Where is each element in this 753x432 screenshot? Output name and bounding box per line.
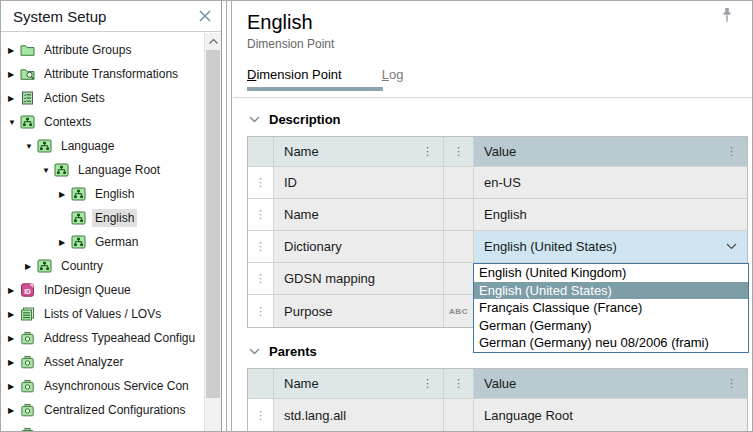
column-menu-icon[interactable]: ⋮ [726,377,737,390]
tab-content: Description Name⋮⋮Value⋮⋮IDen-US⋮NameEng… [233,97,752,431]
expand-arrow-icon[interactable]: ▶ [7,382,20,391]
row-drag-handle-icon[interactable]: ⋮ [248,199,274,231]
expand-arrow-icon[interactable]: ▼ [7,118,20,127]
tree-item[interactable]: ▼Contexts [1,110,204,134]
scrollbar-thumb[interactable] [206,50,220,398]
column-header-handle [248,137,274,167]
tab-label: og [389,67,403,82]
detail-header: English Dimension Point [233,1,752,51]
expand-arrow-icon[interactable]: ▼ [41,166,54,175]
tree-item[interactable]: ▶Attribute Transformations [1,62,204,86]
dictionary-combobox[interactable]: English (United States) [474,231,747,262]
tree-item-label: German [92,233,141,251]
chevron-down-icon[interactable] [726,243,737,250]
row-drag-handle-icon[interactable]: ⋮ [248,167,274,199]
dropdown-option[interactable]: German (Germany) neu 08/2006 (frami) [474,334,748,352]
expand-arrow-icon[interactable]: ▼ [24,142,37,151]
scrollbar-up-icon[interactable] [205,33,221,49]
expand-arrow-icon[interactable]: ▶ [7,310,20,319]
tree-scrollbar[interactable] [204,33,221,431]
dropdown-option[interactable]: Français Classique (France) [474,299,748,317]
tree-item-label: Country [58,257,106,275]
pin-icon[interactable] [719,7,735,33]
tab-label: imension Point [256,67,341,82]
tree-item[interactable]: ▶IDInDesign Queue [1,278,204,302]
expand-arrow-icon[interactable]: ▶ [24,262,37,271]
expand-arrow-icon[interactable]: ▶ [7,94,20,103]
column-header-type[interactable]: ⋮ [444,137,474,167]
expand-arrow-icon[interactable]: ▶ [58,238,71,247]
attribute-name-cell: Dictionary [274,231,444,263]
row-drag-handle-icon[interactable]: ⋮ [248,263,274,295]
value-text: Language Root [484,408,573,423]
text-type-icon: ABC [449,307,468,316]
expand-arrow-icon[interactable]: ▶ [7,334,20,343]
expand-arrow-icon[interactable]: ▶ [58,190,71,199]
tree-item[interactable]: ▶Address Typeahead Configu [1,326,204,350]
hierarchy-icon [37,139,53,154]
column-header-name[interactable]: Name⋮ [274,369,444,399]
tab-log[interactable]: Log [382,67,404,91]
expand-arrow-icon[interactable]: ▶ [7,358,20,367]
column-menu-icon[interactable]: ⋮ [422,377,433,390]
attribute-type-cell: ABC [444,295,474,327]
tree-item[interactable]: ▶German [1,230,204,254]
tab-dimension-point[interactable]: Dimension Point [247,67,342,91]
tree-item-label: English [92,185,137,203]
expand-arrow-icon[interactable]: ▶ [7,286,20,295]
column-header-type[interactable]: ⋮ [444,369,474,399]
expand-arrow-icon[interactable]: ▶ [7,406,20,415]
hierarchy-icon [54,163,70,178]
row-drag-handle-icon[interactable]: ⋮ [248,399,274,431]
column-header-value[interactable]: Value⋮ [474,369,747,399]
attribute-value-cell[interactable]: en-US [474,167,747,199]
section-title: Description [269,112,341,127]
combobox-value: English (United States) [484,239,617,254]
tree-item[interactable]: ▶English [1,182,204,206]
tree-item[interactable]: ▶Asset Analyzer [1,350,204,374]
config-icon [20,403,36,418]
row-drag-handle-icon[interactable]: ⋮ [248,231,274,263]
expand-arrow-icon[interactable]: ▶ [7,46,20,55]
expand-arrow-icon[interactable]: ▶ [7,430,20,432]
tree-item[interactable]: English [1,206,204,230]
tree-item-label: Attribute Groups [41,41,134,59]
expand-arrow-icon[interactable]: ▶ [7,70,20,79]
tree-item[interactable]: ▶Asynchronous Service Con [1,374,204,398]
collapse-chevron-icon [249,348,260,355]
tree-item[interactable]: ▶Attribute Groups [1,38,204,62]
column-label: Name [284,144,319,159]
tree-item[interactable]: ▶Lists of Values / LOVs [1,302,204,326]
tree-item[interactable]: ▼Language Root [1,158,204,182]
column-menu-icon[interactable]: ⋮ [726,145,737,158]
attribute-value-cell[interactable]: Language Root [474,399,747,431]
config-icon [20,427,36,432]
column-menu-icon[interactable]: ⋮ [453,377,464,390]
tab-label: D [247,67,256,82]
panel-divider[interactable] [222,1,233,431]
tree-item-label: Asset Analyzer [41,353,126,371]
column-menu-icon[interactable]: ⋮ [422,145,433,158]
dropdown-option[interactable]: German (Germany) [474,317,748,335]
dropdown-option[interactable]: English (United States) [474,282,748,300]
table-row: ⋮DictionaryEnglish (United States)Englis… [248,231,747,263]
dropdown-option[interactable]: English (United Kingdom) [474,264,748,282]
attribute-type-cell [444,231,474,263]
tree-item[interactable]: ▶Action Sets [1,86,204,110]
tree-item[interactable]: ▶Centralized Configurations [1,398,204,422]
attribute-value-cell[interactable]: English [474,199,747,231]
row-drag-handle-icon[interactable]: ⋮ [248,295,274,327]
close-icon[interactable] [198,9,212,23]
hierarchy-icon [37,259,53,274]
dictionary-dropdown-list: English (United Kingdom)English (United … [473,263,749,353]
column-menu-icon[interactable]: ⋮ [453,145,464,158]
tree-item[interactable]: ▶ [1,422,204,431]
description-section-heading[interactable]: Description [249,112,744,127]
attribute-value-cell: English (United States)English (United K… [474,231,747,263]
tree-item-label: English [92,209,137,227]
attribute-name-cell: Purpose [274,295,444,327]
tree-item[interactable]: ▶Country [1,254,204,278]
column-header-name[interactable]: Name⋮ [274,137,444,167]
tree-item[interactable]: ▼Language [1,134,204,158]
column-header-value[interactable]: Value⋮ [474,137,747,167]
